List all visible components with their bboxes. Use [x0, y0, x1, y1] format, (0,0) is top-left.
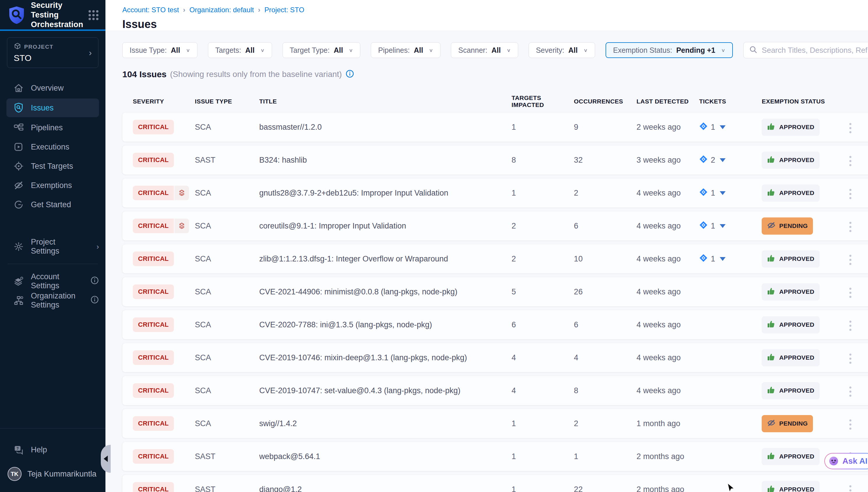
chevron-right-icon: ›	[89, 48, 92, 58]
table-header: SEVERITYISSUE TYPETITLETARGETS IMPACTEDO…	[122, 89, 868, 113]
severity-badge: CRITICAL	[133, 251, 174, 266]
breadcrumb-link[interactable]: Account: STO test	[122, 6, 179, 14]
row-menu-button[interactable]	[845, 483, 856, 492]
thumbs-up-icon	[767, 155, 776, 165]
filter-scanner[interactable]: Scanner:All∨	[451, 42, 518, 58]
table-row[interactable]: CRITICALSCAswig//1.4.2121 month ago PEND…	[122, 409, 868, 438]
sidebar-item-organization-settings[interactable]: Organization Settings	[0, 291, 105, 310]
ticket-count: 1	[711, 254, 715, 264]
filter-target-type[interactable]: Target Type:All∨	[283, 42, 361, 58]
breadcrumb-link[interactable]: Project: STO	[264, 6, 305, 14]
home-icon	[14, 83, 24, 93]
targets-impacted: 1	[511, 452, 574, 461]
sidebar-item-executions[interactable]: Executions	[0, 138, 105, 156]
table-row[interactable]: CRITICALSCAzlib@1:1.2.13.dfsg-1: Integer…	[122, 244, 868, 273]
row-menu-button[interactable]	[845, 351, 856, 367]
help-chat-icon: ?	[14, 444, 24, 455]
table-row[interactable]: CRITICALSASTdjango@1.21222 months ago AP…	[122, 475, 868, 492]
sidebar-item-label: Pipelines	[31, 123, 63, 132]
table-row[interactable]: CRITICALSASTwebpack@5.64.1112 months ago…	[122, 442, 868, 471]
ticket-link[interactable]: 1	[699, 188, 762, 198]
ticket-link[interactable]: 1	[699, 221, 762, 231]
last-detected: 4 weeks ago	[636, 287, 699, 296]
issue-type: SCA	[195, 222, 259, 230]
table-row[interactable]: CRITICALSCACVE-2019-10746: mixin-deep@1.…	[122, 343, 868, 372]
sidebar-nav-secondary: Project Settings›Account SettingsOrganiz…	[0, 237, 105, 310]
sidebar-item-issues[interactable]: Issues	[6, 99, 99, 117]
issue-title: bassmaster//1.2.0	[259, 123, 511, 132]
sidebar-item-exemptions[interactable]: Exemptions	[0, 176, 105, 195]
project-label: PROJECT	[24, 44, 53, 50]
jira-icon	[699, 122, 708, 132]
occurrences: 4	[574, 353, 636, 362]
last-detected: 2 months ago	[636, 485, 699, 492]
user-menu[interactable]: TK Teja Kummarikuntla	[0, 459, 105, 483]
issues-shield-icon	[14, 103, 24, 113]
thumbs-up-icon	[767, 122, 776, 132]
main-panel: Account: STO test›Organization: default›…	[105, 0, 868, 492]
topbar: Account: STO test›Organization: default›…	[105, 0, 868, 31]
executions-icon	[14, 142, 24, 152]
search-input[interactable]	[762, 46, 868, 55]
column-header-exemption-status: EXEMPTION STATUS	[762, 98, 845, 105]
table-row[interactable]: CRITICALSCACVE-2021-44906: minimist@0.0.…	[122, 277, 868, 306]
table-row[interactable]: CRITICALSASTB324: hashlib8323 weeks ago …	[122, 145, 868, 175]
breadcrumb-link[interactable]: Organization: default	[189, 6, 254, 14]
targets-impacted: 1	[511, 419, 574, 428]
row-menu-button[interactable]	[845, 153, 856, 169]
row-menu-button[interactable]	[845, 318, 856, 334]
sidebar-item-pipelines[interactable]: Pipelines	[0, 118, 105, 137]
issue-type: SAST	[195, 452, 259, 461]
sidebar-item-test-targets[interactable]: Test Targets	[0, 157, 105, 175]
row-menu-button[interactable]	[845, 120, 856, 136]
row-menu-button[interactable]	[845, 186, 856, 202]
table-row[interactable]: CRITICALSCACVE-2020-7788: ini@1.3.5 (lan…	[122, 310, 868, 339]
issue-type: SCA	[195, 287, 259, 296]
sidebar-item-project-settings[interactable]: Project Settings›	[0, 237, 105, 256]
search-box[interactable]	[743, 42, 868, 58]
ask-ai-button[interactable]: Ask AI	[824, 453, 868, 469]
ticket-link[interactable]: 1	[699, 122, 762, 132]
sidebar-item-label: Project Settings	[31, 238, 82, 255]
last-detected: 4 weeks ago	[636, 254, 699, 264]
column-header-occurrences: OCCURRENCES	[574, 98, 636, 105]
targets-impacted: 8	[511, 156, 574, 165]
jira-icon	[699, 221, 708, 231]
severity-badge: CRITICAL	[133, 416, 174, 431]
info-icon[interactable]	[345, 69, 354, 79]
sidebar-item-label: Issues	[31, 103, 54, 113]
ai-robot-icon	[828, 455, 839, 468]
project-selector[interactable]: PROJECT STO ›	[7, 37, 99, 68]
sidebar-item-get-started[interactable]: Get Started	[0, 195, 105, 214]
sto-shield-logo-icon	[7, 6, 26, 24]
row-menu-button[interactable]	[845, 252, 856, 268]
filter-issue-type[interactable]: Issue Type:All∨	[122, 42, 198, 58]
ticket-link[interactable]: 2	[699, 155, 762, 166]
row-menu-button[interactable]	[845, 384, 856, 400]
jira-icon	[699, 188, 708, 198]
table-row[interactable]: CRITICALSCAgnutls28@3.7.9-2+deb12u5: Imp…	[122, 178, 868, 207]
thumbs-up-icon	[767, 485, 776, 492]
filter-exemption-status[interactable]: Exemption Status:Pending +1∨	[606, 42, 733, 58]
sidebar-item-label: Exemptions	[31, 181, 72, 190]
filter-pipelines[interactable]: Pipelines:All∨	[371, 42, 440, 58]
sidebar: Security Testing Orchestration PROJECT S…	[0, 0, 105, 492]
issue-title: coreutils@9.1-1: Improper Input Validati…	[259, 222, 511, 230]
filter-severity[interactable]: Severity:All∨	[529, 42, 595, 58]
occurrences: 32	[574, 156, 636, 165]
sidebar-item-overview[interactable]: Overview	[0, 79, 105, 97]
row-menu-button[interactable]	[845, 219, 856, 235]
chevron-down-icon: ∨	[721, 47, 726, 53]
app-switcher-icon[interactable]	[88, 9, 99, 21]
row-menu-button[interactable]	[845, 285, 856, 301]
breadcrumb-separator: ›	[258, 6, 260, 14]
table-row[interactable]: CRITICALSCAbassmaster//1.2.0192 weeks ag…	[122, 113, 868, 142]
table-row[interactable]: CRITICALSCAcoreutils@9.1-1: Improper Inp…	[122, 211, 868, 241]
table-row[interactable]: CRITICALSCACVE-2019-10747: set-value@0.4…	[122, 376, 868, 405]
filter-targets[interactable]: Targets:All∨	[208, 42, 272, 58]
row-menu-button[interactable]	[845, 417, 856, 433]
severity-badge: CRITICAL	[133, 383, 174, 398]
ticket-link[interactable]: 1	[699, 253, 762, 264]
sidebar-item-help[interactable]: ? Help	[0, 440, 105, 459]
sidebar-item-account-settings[interactable]: Account Settings	[0, 272, 105, 291]
